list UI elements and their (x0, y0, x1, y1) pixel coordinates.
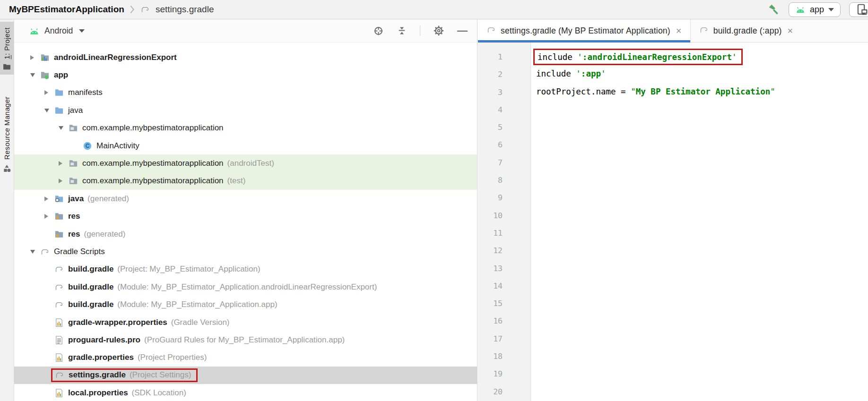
tree-row[interactable]: manifests (14, 84, 477, 102)
tree-item-label: java (68, 194, 84, 204)
tab-settings-gradle[interactable]: settings.gradle (My BP Estimator Applica… (478, 19, 690, 42)
tab-label: settings.gradle (My BP Estimator Applica… (501, 26, 670, 36)
tree-item-label: res (68, 212, 80, 221)
code-line (536, 188, 868, 206)
line-number: 8 (481, 171, 503, 189)
code-token: :androidLinearRegressionExport (582, 52, 732, 62)
minimize-icon[interactable]: — (457, 26, 468, 35)
code-token: " (770, 87, 775, 96)
gradle-icon (54, 300, 64, 309)
tree-row[interactable]: local.properties(SDK Location) (14, 384, 477, 401)
code-line (536, 118, 868, 136)
tree-item-annotation: (SDK Location) (132, 388, 186, 398)
tree-row[interactable]: app (14, 66, 477, 84)
collapse-all-icon[interactable] (397, 26, 407, 36)
sidebar-item-resource-manager[interactable]: Resource Manager (0, 96, 14, 173)
run-configuration-selector[interactable]: app (789, 2, 841, 17)
chevron-right-icon[interactable] (44, 196, 54, 201)
close-icon[interactable]: × (676, 26, 682, 35)
code-area[interactable]: include ':androidLinearRegressionExport'… (531, 43, 868, 401)
generated-java-folder-icon (54, 194, 64, 204)
tree-row[interactable]: com.example.mybpestimatorapplication(and… (14, 154, 477, 172)
breadcrumb-file[interactable]: settings.gradle (156, 4, 214, 15)
tree-item-label: build.gradle (68, 282, 113, 292)
tree-item-annotation: (test) (227, 176, 246, 186)
code-line (536, 206, 868, 224)
device-manager-button[interactable] (849, 2, 868, 17)
tree-item-label: local.properties (68, 388, 128, 398)
chevron-down-icon[interactable] (44, 109, 54, 112)
editor-tab-bar: settings.gradle (My BP Estimator Applica… (478, 19, 868, 43)
chevron-down-icon[interactable] (30, 73, 40, 77)
line-number: 5 (481, 119, 503, 136)
tab-build-gradle-app[interactable]: build.gradle (:app) × (690, 19, 802, 42)
package-icon (69, 159, 78, 168)
code-token: include (536, 69, 576, 78)
tree-item-label: com.example.mybpestimatorapplication (82, 123, 224, 133)
tree-item-label: com.example.mybpestimatorapplication (82, 176, 224, 186)
tree-row[interactable]: build.gradle(Project: My_BP_Estimator_Ap… (14, 261, 477, 278)
tree-row[interactable]: settings.gradle(Project Settings) (14, 367, 477, 384)
tree-row[interactable]: res (14, 208, 477, 225)
chevron-down-icon[interactable] (30, 250, 40, 254)
line-number: 17 (481, 330, 503, 348)
tree-row[interactable]: CMainActivity (14, 137, 477, 154)
proguard-icon (54, 335, 64, 345)
chevron-icon (130, 5, 135, 14)
line-number: 18 (481, 348, 503, 365)
tree-row[interactable]: build.gradle(Module: My_BP_Estimator_App… (14, 278, 477, 296)
chevron-down-icon[interactable] (59, 126, 69, 130)
chevron-right-icon[interactable] (59, 161, 69, 166)
target-icon[interactable] (373, 26, 384, 36)
package-icon (69, 176, 78, 186)
tree-item-annotation: (Project: My_BP_Estimator_Application) (117, 264, 260, 274)
tree-item-label: build.gradle (68, 264, 113, 274)
highlight-box: settings.gradle(Project Settings) (51, 368, 198, 382)
close-icon[interactable]: × (788, 26, 793, 35)
module-folder-icon (40, 53, 50, 62)
chevron-right-icon[interactable] (59, 179, 69, 183)
tree-row[interactable]: com.example.mybpestimatorapplication (14, 119, 477, 137)
tree-item-annotation: (Project Settings) (130, 370, 191, 380)
tree-row[interactable]: build.gradle(Module: My_BP_Estimator_App… (14, 296, 477, 313)
chevron-right-icon[interactable] (44, 214, 54, 219)
tree-item-annotation: (Gradle Version) (171, 318, 230, 327)
code-token: ' (576, 69, 581, 78)
highlight-box: include ':androidLinearRegressionExport' (533, 49, 743, 65)
android-studio-window: MyBPEstimatorApplication settings.gradle… (0, 0, 868, 401)
tree-row[interactable]: java (14, 102, 477, 119)
android-head-icon (795, 5, 806, 14)
tool-window-header: Android — (14, 19, 477, 43)
chevron-right-icon[interactable] (30, 55, 40, 60)
tree-row[interactable]: androidLinearRegressionExport (14, 49, 477, 66)
hammer-icon[interactable] (767, 3, 780, 16)
line-number: 14 (481, 277, 503, 295)
line-number: 12 (481, 242, 503, 259)
tree-row[interactable]: proguard-rules.pro(ProGuard Rules for My… (14, 331, 477, 349)
tree-row[interactable]: com.example.mybpestimatorapplication(tes… (14, 172, 477, 190)
code-token: My BP Estimator Application (636, 87, 770, 96)
tree-row[interactable]: res(generated) (14, 225, 477, 243)
folder-stripe-icon (3, 63, 11, 70)
tree-row[interactable]: java(generated) (14, 190, 477, 207)
chevron-right-icon[interactable] (44, 90, 54, 95)
gear-icon[interactable] (433, 25, 444, 36)
view-selector-label[interactable]: Android (44, 26, 73, 36)
editor-body: 1234567891011121314151617181920 include … (478, 43, 868, 401)
chevron-down-icon[interactable] (79, 29, 85, 33)
tree-item-annotation: (Module: My_BP_Estimator_Application.app… (117, 300, 277, 309)
tree-item-label: build.gradle (68, 300, 113, 309)
tree-row[interactable]: gradle-wrapper.properties(Gradle Version… (14, 314, 477, 331)
tree-item-label: Gradle Scripts (54, 247, 105, 256)
tab-label: build.gradle (:app) (713, 26, 782, 36)
sidebar-item-project[interactable]: 1: Project (0, 22, 14, 75)
divider (420, 26, 420, 36)
tree-row[interactable]: Gradle Scripts (14, 243, 477, 260)
tree-row[interactable]: gradle.properties(Project Properties) (14, 349, 477, 367)
code-line (536, 294, 868, 312)
line-number: 1 (481, 48, 503, 66)
editor-area: settings.gradle (My BP Estimator Applica… (478, 19, 868, 401)
code-line (536, 101, 868, 118)
breadcrumb-project[interactable]: MyBPEstimatorApplication (9, 4, 124, 15)
tree-item-label: gradle-wrapper.properties (68, 318, 167, 327)
